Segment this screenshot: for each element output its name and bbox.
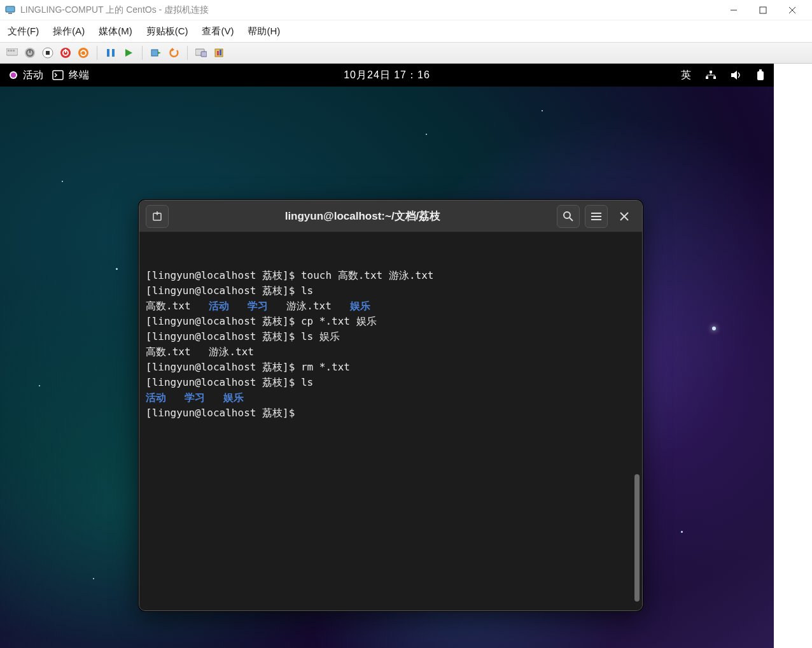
pause-icon[interactable] [104, 46, 118, 60]
menu-media[interactable]: 媒体(M) [99, 25, 132, 38]
svg-point-18 [78, 48, 88, 58]
share-icon[interactable] [212, 46, 226, 60]
volume-icon[interactable] [731, 70, 742, 80]
terminal-title: lingyun@localhost:~/文档/荔枝 [174, 209, 552, 223]
activities-icon [9, 71, 18, 80]
menu-help[interactable]: 帮助(H) [248, 25, 280, 38]
svg-marker-25 [172, 48, 174, 52]
terminal-headerbar: lingyun@localhost:~/文档/荔枝 [139, 201, 642, 232]
terminal-line: [lingyun@localhost 荔枝]$ ls [146, 375, 636, 390]
close-icon [620, 212, 629, 221]
terminal-line: [lingyun@localhost 荔枝]$ touch 高数.txt 游泳.… [146, 268, 636, 283]
terminal-window: lingyun@localhost:~/文档/荔枝 [lingyun@local… [139, 200, 643, 611]
svg-line-48 [570, 218, 573, 221]
battery-icon[interactable] [756, 69, 765, 81]
terminal-line: 活动 学习 娱乐 [146, 390, 636, 405]
svg-rect-27 [201, 52, 207, 57]
svg-point-32 [11, 73, 16, 78]
clock[interactable]: 10月24日 17：16 [344, 69, 430, 82]
hamburger-menu-button[interactable] [585, 205, 608, 228]
maximize-button[interactable] [748, 0, 778, 20]
svg-marker-41 [731, 71, 737, 80]
activities-button[interactable]: 活动 [9, 69, 43, 82]
svg-rect-9 [13, 50, 15, 52]
menu-clipboard[interactable]: 剪贴板(C) [146, 25, 188, 38]
toolbar-separator [142, 46, 143, 60]
stop-icon[interactable] [41, 46, 55, 60]
svg-rect-3 [760, 7, 766, 13]
toolbar-separator [97, 46, 97, 60]
network-icon[interactable] [705, 70, 717, 80]
checkpoint-icon[interactable] [149, 46, 163, 60]
menu-view[interactable]: 查看(V) [202, 25, 234, 38]
menu-action[interactable]: 操作(A) [53, 25, 85, 38]
ctrl-alt-del-icon[interactable] [5, 46, 19, 60]
revert-icon[interactable] [167, 46, 181, 60]
minimize-button[interactable] [719, 0, 748, 20]
search-icon [563, 211, 574, 222]
menu-file[interactable]: 文件(F) [8, 25, 39, 38]
host-window-title: LINGLING-COMPUT 上的 CentOs - 虚拟机连接 [20, 4, 719, 16]
svg-marker-22 [125, 49, 132, 57]
enhanced-session-icon[interactable] [194, 46, 208, 60]
terminal-line: 高数.txt 活动 学习 游泳.txt 娱乐 [146, 299, 636, 314]
svg-rect-14 [46, 51, 50, 55]
hamburger-icon [591, 212, 602, 221]
shutdown-icon[interactable] [59, 46, 73, 60]
power-on-icon[interactable] [23, 46, 37, 60]
svg-rect-8 [10, 50, 12, 52]
svg-rect-6 [6, 48, 18, 55]
input-method-indicator[interactable]: 英 [681, 69, 691, 82]
svg-rect-30 [220, 50, 221, 55]
svg-rect-29 [217, 51, 219, 55]
terminal-line: [lingyun@localhost 荔枝]$ cp *.txt 娱乐 [146, 314, 636, 329]
gnome-topbar: 活动 终端 10月24日 17：16 英 [0, 64, 774, 87]
terminal-line: 高数.txt 游泳.txt [146, 344, 636, 360]
terminal-line: [lingyun@localhost 荔枝]$ ls [146, 283, 636, 299]
svg-rect-21 [112, 49, 115, 57]
search-button[interactable] [557, 205, 580, 228]
window-controls [719, 0, 807, 20]
svg-rect-0 [6, 6, 15, 12]
toolbar [0, 42, 812, 64]
svg-rect-1 [8, 13, 12, 14]
toolbar-separator [187, 46, 188, 60]
svg-rect-7 [8, 50, 10, 52]
terminal-line: [lingyun@localhost 荔枝]$ [146, 405, 636, 421]
svg-rect-42 [757, 71, 764, 80]
menubar: 文件(F) 操作(A) 媒体(M) 剪贴板(C) 查看(V) 帮助(H) [0, 20, 812, 42]
svg-marker-24 [158, 52, 161, 54]
terminal-body[interactable]: [lingyun@localhost 荔枝]$ touch 高数.txt 游泳.… [139, 232, 642, 610]
close-button[interactable] [778, 0, 807, 20]
svg-point-47 [564, 212, 570, 218]
terminal-app-icon [52, 70, 64, 80]
vm-icon [5, 5, 15, 15]
terminal-line: [lingyun@localhost 荔枝]$ ls 娱乐 [146, 329, 636, 344]
svg-rect-23 [151, 50, 158, 56]
svg-rect-20 [107, 49, 109, 57]
current-app-indicator[interactable]: 终端 [52, 69, 89, 82]
terminal-line: [lingyun@localhost 荔枝]$ rm *.txt [146, 360, 636, 375]
guest-desktop[interactable]: 活动 终端 10月24日 17：16 英 lingyun@localhost:~… [0, 64, 774, 648]
svg-rect-36 [713, 76, 716, 79]
play-icon[interactable] [122, 46, 136, 60]
host-titlebar: LINGLING-COMPUT 上的 CentOs - 虚拟机连接 [0, 0, 812, 20]
svg-rect-33 [53, 71, 63, 80]
svg-rect-43 [759, 69, 762, 71]
terminal-close-button[interactable] [613, 205, 636, 228]
new-tab-button[interactable] [146, 205, 169, 228]
reset-icon[interactable] [76, 46, 90, 60]
terminal-scrollbar[interactable] [634, 474, 640, 602]
svg-rect-35 [706, 76, 708, 79]
svg-rect-34 [710, 71, 712, 73]
